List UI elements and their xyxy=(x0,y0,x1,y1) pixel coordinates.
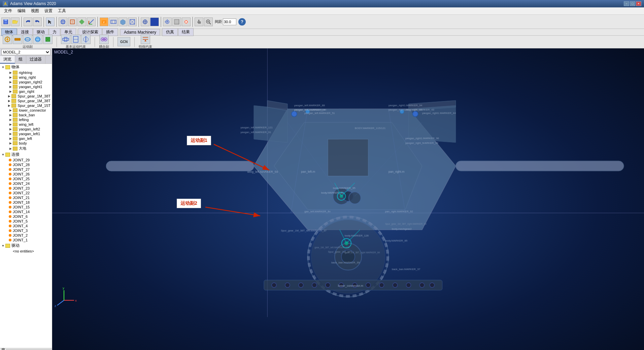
revolute-joint-button[interactable] xyxy=(3,35,12,44)
tree-item-joint-15[interactable]: JOINT_15 xyxy=(0,205,52,209)
tree-item-yaogan-right2[interactable]: ▶ yaogan_right2 xyxy=(0,80,52,84)
tab-browse[interactable]: 浏览 xyxy=(0,56,15,64)
tree-item-body[interactable]: ▶ body xyxy=(0,141,52,146)
undo-button[interactable] xyxy=(24,17,32,26)
svg-text:wing_left.MARKER_59: wing_left.MARKER_59 xyxy=(247,170,278,173)
spherical-joint-button[interactable] xyxy=(33,35,42,44)
tree-item-rightring[interactable]: ▶ rightring xyxy=(0,70,52,75)
tree-item-joint-3[interactable]: JOINT_3 xyxy=(0,228,52,233)
svg-point-95 xyxy=(430,283,435,287)
gear-coupling-button[interactable] xyxy=(99,35,109,44)
menu-file[interactable]: 文件 xyxy=(1,7,15,14)
tree-item-wing-left[interactable]: ▶ wing_left xyxy=(0,122,52,127)
tree-item-ground[interactable]: ▶ 大地 xyxy=(0,146,52,151)
help-button[interactable]: ? xyxy=(238,18,246,26)
fixed-joint-button[interactable] xyxy=(43,35,53,44)
wireframe-button[interactable] xyxy=(128,17,137,26)
move-tool-button[interactable] xyxy=(59,17,67,26)
tree-group-joint[interactable]: ▼ 连接 xyxy=(0,151,52,158)
tree-item-spur-gear-1[interactable]: ▶ Spur_gear_1M_38T xyxy=(0,94,52,99)
maximize-button[interactable]: □ xyxy=(630,1,635,6)
move3d-button[interactable] xyxy=(87,17,96,26)
tree-item-joint-2[interactable]: JOINT_2 xyxy=(0,233,52,238)
item-joint-5-label: JOINT_5 xyxy=(13,219,28,223)
tree-item-spur-gear-3[interactable]: ▶ Spur_gear_1M_15T xyxy=(0,103,52,108)
tree-item-joint-22[interactable]: JOINT_22 xyxy=(0,191,52,195)
tree-item-yaogan-right1[interactable]: ▶ yaogan_right1 xyxy=(0,84,52,89)
tree-item-yaogan-left2[interactable]: ▶ yaogan_left2 xyxy=(0,127,52,131)
tab-result[interactable]: 结果 xyxy=(178,28,194,36)
tree-item-yaogan-left1[interactable]: ▶ yaogan_left1 xyxy=(0,131,52,136)
scale-tool-button[interactable] xyxy=(77,17,86,26)
tree-item-joint-18[interactable]: JOINT_18 xyxy=(0,200,52,205)
special-constraint-button[interactable] xyxy=(141,35,150,44)
point-constraint-button[interactable] xyxy=(61,35,70,44)
tree-item-joint-6[interactable]: JOINT_6 xyxy=(0,214,52,219)
redo-button[interactable] xyxy=(33,17,42,26)
dot-joint-22-icon xyxy=(9,192,11,194)
tree-item-gan-left[interactable]: ▶ gan_left xyxy=(0,136,52,141)
open-button[interactable] xyxy=(11,17,20,26)
tree-group-drive[interactable]: ▼ 驱动 xyxy=(0,242,52,249)
tree-item-joint-27[interactable]: JOINT_27 xyxy=(0,167,52,172)
prismatic-joint-button[interactable] xyxy=(13,35,22,44)
menu-view[interactable]: 视图 xyxy=(28,7,42,14)
save-button[interactable] xyxy=(1,17,10,26)
menu-edit[interactable]: 编辑 xyxy=(15,7,28,14)
tree-item-wing-right[interactable]: ▶ wing_right xyxy=(0,75,52,80)
item-spur-gear-3-label: Spur_gear_1M_15T xyxy=(18,104,50,108)
tree-item-joint-25[interactable]: JOINT_25 xyxy=(0,177,52,181)
select-tool-button[interactable] xyxy=(46,17,55,26)
cylindrical-joint-button[interactable] xyxy=(23,35,32,44)
tree-item-joint-1[interactable]: JOINT_1 xyxy=(0,238,52,242)
tree-item-joint-14[interactable]: JOINT_14 xyxy=(0,209,52,214)
tree-group-body[interactable]: ▼ 物体 xyxy=(0,64,52,70)
tree-item-lefting[interactable]: ▶ lefting xyxy=(0,117,52,122)
gcn-button[interactable]: GCN xyxy=(117,37,130,46)
tree-item-joint-26[interactable]: JOINT_26 xyxy=(0,172,52,177)
tab-filter[interactable]: 过滤器 xyxy=(26,56,45,64)
svg-text:body.MARKER_126: body.MARKER_126 xyxy=(345,234,369,237)
link-button[interactable] xyxy=(141,17,149,26)
item-spur-gear-2-label: Spur_gear_1M_38T xyxy=(18,99,50,103)
tree-item-lower-connector[interactable]: ▶ lower_connector xyxy=(0,108,52,113)
marker-button[interactable] xyxy=(163,17,172,26)
fit-button[interactable] xyxy=(109,17,118,26)
tree-item-joint-4[interactable]: JOINT_4 xyxy=(0,224,52,228)
tree-item-joint-28[interactable]: JOINT_28 xyxy=(0,162,52,167)
item-joint-4-label: JOINT_4 xyxy=(13,224,28,228)
item-lefting-label: lefting xyxy=(19,118,29,122)
item-joint-21-label: JOINT_21 xyxy=(13,196,30,200)
grid-on-button[interactable] xyxy=(172,17,181,26)
tree-item-joint-24[interactable]: JOINT_24 xyxy=(0,181,52,186)
model-select-dropdown[interactable]: MODEL_2 xyxy=(1,49,50,55)
plane-constraint-button[interactable] xyxy=(81,35,91,44)
distance-input[interactable] xyxy=(223,18,236,25)
tree-item-joint-29[interactable]: JOINT_29 xyxy=(0,158,52,162)
tree-item-joint-5[interactable]: JOINT_5 xyxy=(0,219,52,224)
line-constraint-button[interactable] xyxy=(71,35,80,44)
menu-tools[interactable]: 工具 xyxy=(55,7,69,14)
pan-button[interactable] xyxy=(195,17,203,26)
tree-item-no-entities[interactable]: <no entities> xyxy=(0,249,52,254)
distance-label: 间距 xyxy=(215,19,222,24)
title-bar: A Adams View Adams 2020 − □ ✕ xyxy=(0,0,644,7)
grid-off-button[interactable] xyxy=(182,17,191,26)
tab-group[interactable]: 组 xyxy=(15,56,26,64)
minimize-button[interactable]: − xyxy=(624,1,629,6)
expand-yaogan-right2-icon: ▶ xyxy=(9,80,12,84)
viewport[interactable]: MODEL_2 xyxy=(52,48,644,350)
tab-sim[interactable]: 仿真 xyxy=(162,28,178,36)
tree-item-gan-right[interactable]: ▶ gan_right xyxy=(0,89,52,94)
tree-item-joint-23[interactable]: JOINT_23 xyxy=(0,186,52,191)
close-button[interactable]: ✕ xyxy=(636,1,641,6)
tree-item-joint-21[interactable]: JOINT_21 xyxy=(0,195,52,200)
menu-settings[interactable]: 设置 xyxy=(42,7,55,14)
tree-item-spur-gear-2[interactable]: ▶ Spur_gear_1M_38T xyxy=(0,99,52,103)
rotate-tool-button[interactable] xyxy=(68,17,77,26)
view3d-button[interactable] xyxy=(118,17,127,26)
tree-item-back-ban[interactable]: ▶ back_ban xyxy=(0,113,52,117)
zoom-in-button[interactable] xyxy=(204,17,213,26)
zoom-button[interactable]: F xyxy=(100,17,108,26)
solid-button[interactable] xyxy=(150,17,159,26)
